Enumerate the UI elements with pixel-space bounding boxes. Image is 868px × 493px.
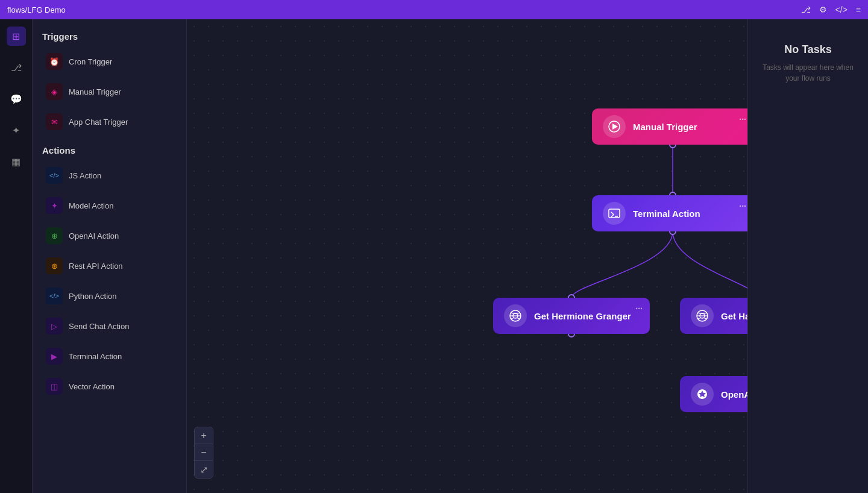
model-action-label: Model Action (69, 201, 113, 210)
hermione-node-menu[interactable]: ··· (635, 304, 643, 313)
git-nav[interactable]: ⎇ (7, 58, 26, 77)
openai-action-label: OpenAI Action (69, 231, 119, 240)
terminal-action-node-icon (603, 202, 626, 225)
openai-node-label: OpenAI Action (721, 389, 747, 400)
sidebar-item-rest-api-action[interactable]: ⊛ Rest API Action (40, 252, 179, 280)
terminal-action-node[interactable]: Terminal Action ··· (592, 195, 747, 231)
python-action-icon: </> (46, 287, 63, 304)
nav-icons: ⊞ ⎇ 💬 ✦ ▦ (0, 19, 33, 493)
vector-action-icon: ◫ (46, 378, 63, 395)
topbar: flows/LFG Demo ⎇ ⚙ </> ≡ (0, 0, 868, 19)
manual-trigger-icon: ◈ (46, 83, 63, 100)
sidebar-item-send-chat-action[interactable]: ▷ Send Chat Action (40, 312, 179, 340)
triggers-title: Triggers (40, 31, 179, 42)
sidebar: Triggers ⏰ Cron Trigger ◈ Manual Trigger… (33, 19, 187, 493)
terminal-action-icon: ▶ (46, 348, 63, 365)
hermione-node[interactable]: Get Hermione Granger ··· (493, 298, 650, 334)
app-chat-trigger-label: App Chat Trigger (69, 118, 128, 127)
js-action-icon: </> (46, 167, 63, 184)
terminal-action-label: Terminal Action (69, 352, 122, 361)
gear-icon[interactable]: ≡ (856, 5, 861, 14)
harry-node-label: Get Harry Potter (721, 311, 747, 321)
manual-trigger-node-label: Manual Trigger (633, 122, 697, 132)
sidebar-item-openai-action[interactable]: ⊕ OpenAI Action (40, 222, 179, 250)
manual-trigger-node-icon (603, 115, 626, 138)
harry-node[interactable]: Get Harry Potter ··· (680, 298, 747, 334)
sidebar-item-python-action[interactable]: </> Python Action (40, 282, 179, 310)
table-nav[interactable]: ▦ (7, 152, 26, 171)
home-nav[interactable]: ⊞ (7, 27, 26, 46)
openai-node-icon (691, 383, 714, 406)
sidebar-item-manual-trigger[interactable]: ◈ Manual Trigger (40, 78, 179, 105)
zoom-fit-button[interactable]: ⤢ (195, 461, 213, 478)
terminal-action-node-label: Terminal Action (633, 209, 700, 219)
svg-marker-10 (612, 124, 618, 130)
rest-api-action-label: Rest API Action (69, 262, 123, 271)
manual-trigger-label: Manual Trigger (69, 87, 121, 96)
python-action-label: Python Action (69, 292, 117, 301)
sidebar-item-cron-trigger[interactable]: ⏰ Cron Trigger (40, 48, 179, 75)
zoom-controls: + − ⤢ (194, 427, 213, 479)
app-chat-trigger-icon: ✉ (46, 113, 63, 130)
sidebar-item-js-action[interactable]: </> JS Action (40, 162, 179, 189)
chat-nav[interactable]: 💬 (7, 89, 26, 108)
js-action-label: JS Action (69, 171, 101, 180)
sidebar-item-app-chat-trigger[interactable]: ✉ App Chat Trigger (40, 108, 179, 136)
svg-rect-11 (609, 209, 620, 218)
code-icon[interactable]: </> (835, 5, 848, 14)
model-action-icon: ✦ (46, 197, 63, 214)
hermione-node-icon (504, 304, 527, 327)
topbar-icons: ⎇ ⚙ </> ≡ (801, 5, 861, 14)
openai-node[interactable]: OpenAI Action ··· (680, 376, 747, 412)
flow-connectors (187, 19, 747, 493)
right-panel-subtitle: Tasks will appear here when your flow ru… (748, 62, 868, 84)
settings-icon[interactable]: ⚙ (819, 5, 827, 14)
cron-trigger-icon: ⏰ (46, 53, 63, 70)
openai-action-icon: ⊕ (46, 227, 63, 244)
sidebar-item-terminal-action[interactable]: ▶ Terminal Action (40, 342, 179, 370)
rest-api-action-icon: ⊛ (46, 257, 63, 274)
canvas[interactable]: Manual Trigger ··· Terminal Action ··· G… (187, 19, 747, 493)
topbar-title: flows/LFG Demo (7, 5, 66, 14)
zoom-out-button[interactable]: − (195, 444, 213, 461)
harry-node-icon (691, 304, 714, 327)
actions-title: Actions (40, 145, 179, 155)
sidebar-item-model-action[interactable]: ✦ Model Action (40, 192, 179, 219)
right-panel-title: No Tasks (784, 43, 832, 56)
sidebar-item-vector-action[interactable]: ◫ Vector Action (40, 372, 179, 400)
cron-trigger-label: Cron Trigger (69, 57, 112, 66)
vector-action-label: Vector Action (69, 382, 115, 391)
manual-trigger-node[interactable]: Manual Trigger ··· (592, 108, 747, 145)
hermione-node-label: Get Hermione Granger (534, 311, 631, 321)
right-panel: No Tasks Tasks will appear here when you… (747, 19, 868, 493)
zoom-in-button[interactable]: + (195, 427, 213, 444)
plus-nav[interactable]: ✦ (7, 121, 26, 140)
fork-icon[interactable]: ⎇ (801, 5, 811, 14)
manual-trigger-node-menu[interactable]: ··· (739, 115, 746, 124)
send-chat-action-icon: ▷ (46, 318, 63, 334)
main-area: ⊞ ⎇ 💬 ✦ ▦ Triggers ⏰ Cron Trigger ◈ Manu… (0, 19, 868, 493)
terminal-action-node-menu[interactable]: ··· (739, 201, 746, 211)
send-chat-action-label: Send Chat Action (69, 322, 129, 331)
